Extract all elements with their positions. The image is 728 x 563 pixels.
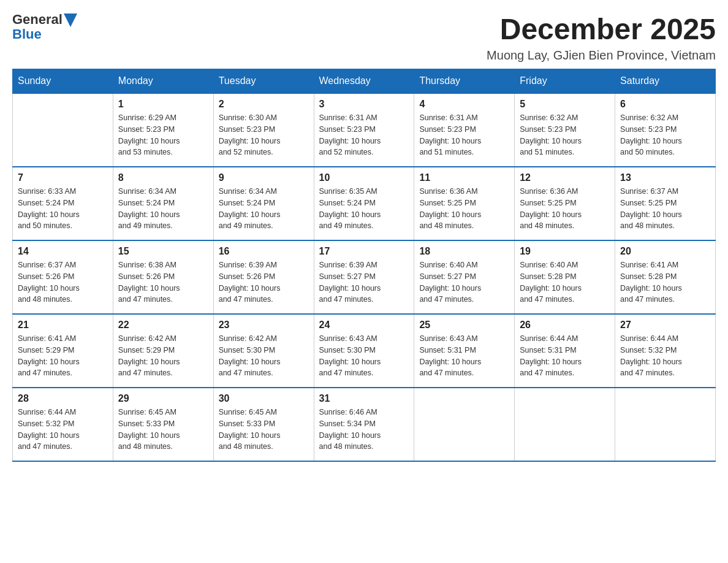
day-number: 3 — [319, 99, 409, 110]
day-of-week-header: Tuesday — [213, 69, 314, 94]
calendar-day-cell: 5Sunrise: 6:32 AM Sunset: 5:23 PM Daylig… — [515, 93, 615, 167]
calendar-day-cell: 25Sunrise: 6:43 AM Sunset: 5:31 PM Dayli… — [414, 314, 515, 388]
day-of-week-header: Friday — [515, 69, 615, 94]
page-header: General Blue December 2025 Muong Lay, GJ… — [12, 12, 716, 63]
day-number: 11 — [419, 172, 509, 183]
calendar-day-cell: 21Sunrise: 6:41 AM Sunset: 5:29 PM Dayli… — [13, 314, 113, 388]
day-info: Sunrise: 6:45 AM Sunset: 5:33 PM Dayligh… — [118, 407, 208, 453]
day-number: 10 — [319, 172, 409, 183]
day-number: 30 — [219, 393, 309, 404]
calendar-day-cell: 28Sunrise: 6:44 AM Sunset: 5:32 PM Dayli… — [13, 388, 113, 461]
calendar-day-cell — [414, 388, 515, 461]
calendar-week-row: 28Sunrise: 6:44 AM Sunset: 5:32 PM Dayli… — [13, 388, 716, 461]
calendar-week-row: 1Sunrise: 6:29 AM Sunset: 5:23 PM Daylig… — [13, 93, 716, 167]
day-info: Sunrise: 6:39 AM Sunset: 5:26 PM Dayligh… — [219, 259, 309, 305]
day-number: 6 — [620, 99, 710, 110]
calendar-day-cell: 24Sunrise: 6:43 AM Sunset: 5:30 PM Dayli… — [314, 314, 414, 388]
logo-general-text: General — [12, 12, 63, 27]
day-info: Sunrise: 6:31 AM Sunset: 5:23 PM Dayligh… — [319, 112, 409, 158]
day-info: Sunrise: 6:34 AM Sunset: 5:24 PM Dayligh… — [219, 186, 309, 232]
day-number: 27 — [620, 320, 710, 331]
day-info: Sunrise: 6:45 AM Sunset: 5:33 PM Dayligh… — [219, 407, 309, 453]
calendar-table: SundayMondayTuesdayWednesdayThursdayFrid… — [12, 69, 716, 462]
day-info: Sunrise: 6:30 AM Sunset: 5:23 PM Dayligh… — [219, 112, 309, 158]
calendar-day-cell: 14Sunrise: 6:37 AM Sunset: 5:26 PM Dayli… — [13, 240, 113, 314]
calendar-day-cell: 15Sunrise: 6:38 AM Sunset: 5:26 PM Dayli… — [113, 240, 213, 314]
day-info: Sunrise: 6:36 AM Sunset: 5:25 PM Dayligh… — [419, 186, 509, 232]
day-info: Sunrise: 6:36 AM Sunset: 5:25 PM Dayligh… — [520, 186, 610, 232]
calendar-day-cell — [515, 388, 615, 461]
day-info: Sunrise: 6:44 AM Sunset: 5:32 PM Dayligh… — [620, 333, 710, 379]
calendar-day-cell: 20Sunrise: 6:41 AM Sunset: 5:28 PM Dayli… — [615, 240, 716, 314]
logo-triangle-icon — [64, 13, 77, 27]
day-number: 26 — [520, 320, 610, 331]
calendar-day-cell: 27Sunrise: 6:44 AM Sunset: 5:32 PM Dayli… — [615, 314, 716, 388]
day-of-week-header: Sunday — [13, 69, 113, 94]
day-info: Sunrise: 6:32 AM Sunset: 5:23 PM Dayligh… — [520, 112, 610, 158]
day-info: Sunrise: 6:37 AM Sunset: 5:26 PM Dayligh… — [18, 259, 108, 305]
location-text: Muong Lay, GJien Bien Province, Vietnam — [487, 48, 716, 63]
day-info: Sunrise: 6:33 AM Sunset: 5:24 PM Dayligh… — [18, 186, 108, 232]
calendar-day-cell: 10Sunrise: 6:35 AM Sunset: 5:24 PM Dayli… — [314, 167, 414, 240]
calendar-day-cell: 17Sunrise: 6:39 AM Sunset: 5:27 PM Dayli… — [314, 240, 414, 314]
day-number: 25 — [419, 320, 509, 331]
logo-blue-text: Blue — [12, 27, 77, 42]
day-info: Sunrise: 6:35 AM Sunset: 5:24 PM Dayligh… — [319, 186, 409, 232]
calendar-day-cell: 11Sunrise: 6:36 AM Sunset: 5:25 PM Dayli… — [414, 167, 515, 240]
calendar-day-cell: 2Sunrise: 6:30 AM Sunset: 5:23 PM Daylig… — [213, 93, 314, 167]
day-info: Sunrise: 6:37 AM Sunset: 5:25 PM Dayligh… — [620, 186, 710, 232]
day-number: 21 — [18, 320, 108, 331]
calendar-title: December 2025 — [487, 12, 716, 46]
day-info: Sunrise: 6:42 AM Sunset: 5:30 PM Dayligh… — [219, 333, 309, 379]
calendar-day-cell: 13Sunrise: 6:37 AM Sunset: 5:25 PM Dayli… — [615, 167, 716, 240]
day-info: Sunrise: 6:38 AM Sunset: 5:26 PM Dayligh… — [118, 259, 208, 305]
day-info: Sunrise: 6:40 AM Sunset: 5:27 PM Dayligh… — [419, 259, 509, 305]
calendar-day-cell: 7Sunrise: 6:33 AM Sunset: 5:24 PM Daylig… — [13, 167, 113, 240]
calendar-day-cell: 9Sunrise: 6:34 AM Sunset: 5:24 PM Daylig… — [213, 167, 314, 240]
day-number: 9 — [219, 172, 309, 183]
day-info: Sunrise: 6:41 AM Sunset: 5:28 PM Dayligh… — [620, 259, 710, 305]
day-info: Sunrise: 6:39 AM Sunset: 5:27 PM Dayligh… — [319, 259, 409, 305]
day-info: Sunrise: 6:41 AM Sunset: 5:29 PM Dayligh… — [18, 333, 108, 379]
day-number: 19 — [520, 246, 610, 257]
calendar-day-cell: 12Sunrise: 6:36 AM Sunset: 5:25 PM Dayli… — [515, 167, 615, 240]
day-info: Sunrise: 6:29 AM Sunset: 5:23 PM Dayligh… — [118, 112, 208, 158]
day-of-week-header: Thursday — [414, 69, 515, 94]
day-info: Sunrise: 6:46 AM Sunset: 5:34 PM Dayligh… — [319, 407, 409, 453]
day-number: 12 — [520, 172, 610, 183]
day-info: Sunrise: 6:31 AM Sunset: 5:23 PM Dayligh… — [419, 112, 509, 158]
calendar-header-row: SundayMondayTuesdayWednesdayThursdayFrid… — [13, 69, 716, 94]
svg-marker-0 — [64, 13, 77, 27]
day-number: 13 — [620, 172, 710, 183]
calendar-day-cell: 19Sunrise: 6:40 AM Sunset: 5:28 PM Dayli… — [515, 240, 615, 314]
calendar-week-row: 21Sunrise: 6:41 AM Sunset: 5:29 PM Dayli… — [13, 314, 716, 388]
day-number: 20 — [620, 246, 710, 257]
calendar-day-cell: 30Sunrise: 6:45 AM Sunset: 5:33 PM Dayli… — [213, 388, 314, 461]
calendar-day-cell — [615, 388, 716, 461]
calendar-day-cell: 31Sunrise: 6:46 AM Sunset: 5:34 PM Dayli… — [314, 388, 414, 461]
day-number: 15 — [118, 246, 208, 257]
day-info: Sunrise: 6:44 AM Sunset: 5:32 PM Dayligh… — [18, 407, 108, 453]
calendar-day-cell: 23Sunrise: 6:42 AM Sunset: 5:30 PM Dayli… — [213, 314, 314, 388]
day-info: Sunrise: 6:42 AM Sunset: 5:29 PM Dayligh… — [118, 333, 208, 379]
calendar-day-cell: 22Sunrise: 6:42 AM Sunset: 5:29 PM Dayli… — [113, 314, 213, 388]
calendar-day-cell: 16Sunrise: 6:39 AM Sunset: 5:26 PM Dayli… — [213, 240, 314, 314]
calendar-day-cell: 18Sunrise: 6:40 AM Sunset: 5:27 PM Dayli… — [414, 240, 515, 314]
day-number: 31 — [319, 393, 409, 404]
calendar-day-cell: 4Sunrise: 6:31 AM Sunset: 5:23 PM Daylig… — [414, 93, 515, 167]
day-number: 17 — [319, 246, 409, 257]
day-of-week-header: Saturday — [615, 69, 716, 94]
day-number: 28 — [18, 393, 108, 404]
day-info: Sunrise: 6:43 AM Sunset: 5:31 PM Dayligh… — [419, 333, 509, 379]
day-number: 7 — [18, 172, 108, 183]
title-section: December 2025 Muong Lay, GJien Bien Prov… — [487, 12, 716, 63]
calendar-day-cell — [13, 93, 113, 167]
calendar-day-cell: 8Sunrise: 6:34 AM Sunset: 5:24 PM Daylig… — [113, 167, 213, 240]
day-number: 23 — [219, 320, 309, 331]
day-info: Sunrise: 6:40 AM Sunset: 5:28 PM Dayligh… — [520, 259, 610, 305]
calendar-day-cell: 1Sunrise: 6:29 AM Sunset: 5:23 PM Daylig… — [113, 93, 213, 167]
day-number: 8 — [118, 172, 208, 183]
day-number: 18 — [419, 246, 509, 257]
day-number: 2 — [219, 99, 309, 110]
logo[interactable]: General Blue — [12, 12, 77, 42]
